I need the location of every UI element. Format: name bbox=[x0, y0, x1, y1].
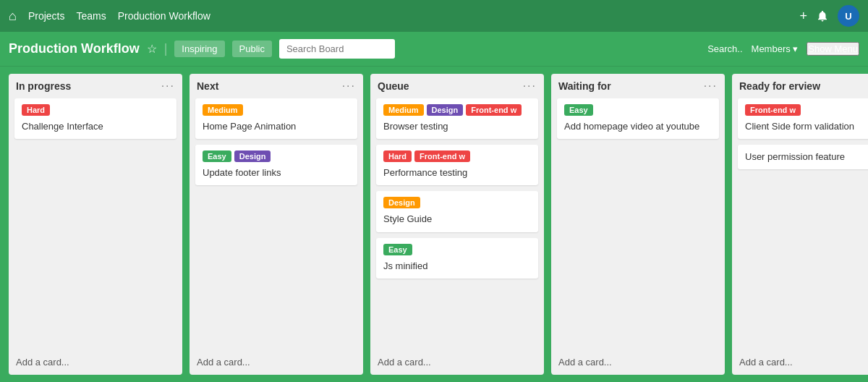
board-content: In progress···HardChallenge InterfaceAdd… bbox=[0, 67, 868, 382]
column-title-ready-for-review: Ready for erview bbox=[739, 80, 868, 92]
card-tags: Design bbox=[383, 197, 531, 208]
card-tag: Front-end w bbox=[466, 104, 522, 116]
card[interactable]: Front-end wClient Side form validation bbox=[738, 98, 868, 139]
inspiring-button[interactable]: Inspiring bbox=[174, 41, 224, 57]
column-ready-for-review: Ready for erview···Front-end wClient Sid… bbox=[732, 74, 868, 375]
column-header-ready-for-review: Ready for erview··· bbox=[732, 74, 868, 98]
card-tag: Design bbox=[383, 197, 420, 208]
card-tags: Easy bbox=[383, 244, 531, 255]
card-tag: Design bbox=[427, 104, 464, 116]
column-title-in-progress: In progress bbox=[16, 80, 161, 92]
top-nav: ⌂ Projects Teams Production Workflow + U bbox=[0, 0, 868, 32]
board-title[interactable]: Production Workflow bbox=[9, 41, 140, 56]
add-card-button-ready-for-review[interactable]: Add a card... bbox=[732, 352, 868, 375]
home-icon[interactable]: ⌂ bbox=[9, 9, 17, 24]
column-menu-queue[interactable]: ··· bbox=[523, 80, 537, 93]
card-tags: Hard bbox=[22, 104, 169, 116]
card[interactable]: HardFront-end wPerformance testing bbox=[376, 145, 538, 185]
card[interactable]: User permission feature bbox=[738, 145, 868, 169]
avatar[interactable]: U bbox=[838, 5, 859, 27]
add-card-button-next[interactable]: Add a card... bbox=[190, 352, 363, 375]
column-body-ready-for-review: Front-end wClient Side form validationUs… bbox=[732, 98, 868, 352]
projects-link[interactable]: Projects bbox=[28, 10, 65, 22]
notifications-bell-icon[interactable] bbox=[816, 9, 829, 22]
card-title: Home Page Animation bbox=[203, 120, 350, 133]
card[interactable]: EasyAdd homepage video at youtube bbox=[557, 98, 719, 139]
nav-divider: | bbox=[164, 41, 168, 56]
sub-nav: Production Workflow ☆ | Inspiring Public… bbox=[0, 32, 868, 67]
card-tag: Design bbox=[234, 150, 271, 162]
column-body-queue: MediumDesignFront-end wBrowser testingHa… bbox=[370, 98, 544, 352]
add-card-button-queue[interactable]: Add a card... bbox=[370, 352, 544, 375]
column-body-waiting-for: EasyAdd homepage video at youtube bbox=[551, 98, 725, 352]
card[interactable]: MediumHome Page Animation bbox=[195, 98, 357, 139]
column-title-next: Next bbox=[197, 80, 342, 92]
column-header-waiting-for: Waiting for··· bbox=[551, 74, 725, 98]
column-body-next: MediumHome Page AnimationEasyDesignUpdat… bbox=[190, 98, 363, 352]
card-tags: EasyDesign bbox=[203, 150, 350, 162]
card[interactable]: HardChallenge Interface bbox=[14, 98, 176, 139]
column-title-queue: Queue bbox=[378, 80, 523, 92]
card-tag: Easy bbox=[203, 150, 231, 162]
column-in-progress: In progress···HardChallenge InterfaceAdd… bbox=[9, 74, 182, 375]
card[interactable]: MediumDesignFront-end wBrowser testing bbox=[376, 98, 538, 139]
add-card-button-waiting-for[interactable]: Add a card... bbox=[551, 352, 725, 375]
card-tags: Easy bbox=[564, 104, 712, 116]
card[interactable]: DesignStyle Guide bbox=[376, 191, 538, 232]
column-next: Next···MediumHome Page AnimationEasyDesi… bbox=[190, 74, 363, 375]
card-tag: Easy bbox=[383, 244, 412, 255]
card-tag: Medium bbox=[383, 104, 424, 116]
teams-link[interactable]: Teams bbox=[76, 10, 106, 22]
card-title: Client Side form validation bbox=[745, 120, 868, 133]
card-tag: Hard bbox=[383, 150, 412, 162]
column-header-next: Next··· bbox=[190, 74, 363, 98]
card-tags: Front-end w bbox=[745, 104, 868, 116]
add-button[interactable]: + bbox=[799, 9, 807, 24]
column-header-in-progress: In progress··· bbox=[9, 74, 182, 98]
card-title: Browser testing bbox=[383, 120, 531, 133]
card-title: User permission feature bbox=[745, 150, 868, 164]
column-header-queue: Queue··· bbox=[370, 74, 544, 98]
card-tags: HardFront-end w bbox=[383, 150, 531, 162]
card-tag: Front-end w bbox=[745, 104, 801, 116]
card-tag: Front-end w bbox=[414, 150, 470, 162]
column-body-in-progress: HardChallenge Interface bbox=[9, 98, 182, 352]
search-link[interactable]: Search.. bbox=[707, 43, 742, 54]
public-button[interactable]: Public bbox=[232, 41, 272, 57]
card-title: Add homepage video at youtube bbox=[564, 120, 712, 133]
card-title: Js minified bbox=[383, 260, 531, 273]
column-menu-in-progress[interactable]: ··· bbox=[161, 80, 175, 93]
column-queue: Queue···MediumDesignFront-end wBrowser t… bbox=[370, 74, 544, 375]
top-nav-right: + U bbox=[799, 5, 859, 27]
card-tags: Medium bbox=[203, 104, 350, 116]
card-tag: Medium bbox=[203, 104, 243, 116]
column-title-waiting-for: Waiting for bbox=[558, 80, 704, 92]
column-menu-next[interactable]: ··· bbox=[342, 80, 356, 93]
card[interactable]: EasyDesignUpdate footer links bbox=[195, 145, 357, 185]
show-menu-button[interactable]: Show Menu bbox=[807, 42, 859, 56]
production-workflow-link[interactable]: Production Workflow bbox=[118, 10, 210, 22]
add-card-button-in-progress[interactable]: Add a card... bbox=[9, 352, 182, 375]
members-button[interactable]: Members ▾ bbox=[752, 43, 799, 54]
card[interactable]: EasyJs minified bbox=[376, 238, 538, 279]
column-menu-waiting-for[interactable]: ··· bbox=[704, 80, 718, 93]
card-tags: MediumDesignFront-end w bbox=[383, 104, 531, 116]
card-title: Update footer links bbox=[203, 166, 350, 179]
star-icon[interactable]: ☆ bbox=[147, 42, 157, 56]
column-waiting-for: Waiting for···EasyAdd homepage video at … bbox=[551, 74, 725, 375]
search-input[interactable] bbox=[279, 39, 395, 59]
card-title: Challenge Interface bbox=[22, 120, 169, 133]
card-tag: Easy bbox=[564, 104, 593, 116]
card-tag: Hard bbox=[22, 104, 50, 116]
card-title: Style Guide bbox=[383, 213, 531, 226]
card-title: Performance testing bbox=[383, 166, 531, 179]
sub-nav-right: Search.. Members ▾ Show Menu bbox=[707, 42, 859, 56]
